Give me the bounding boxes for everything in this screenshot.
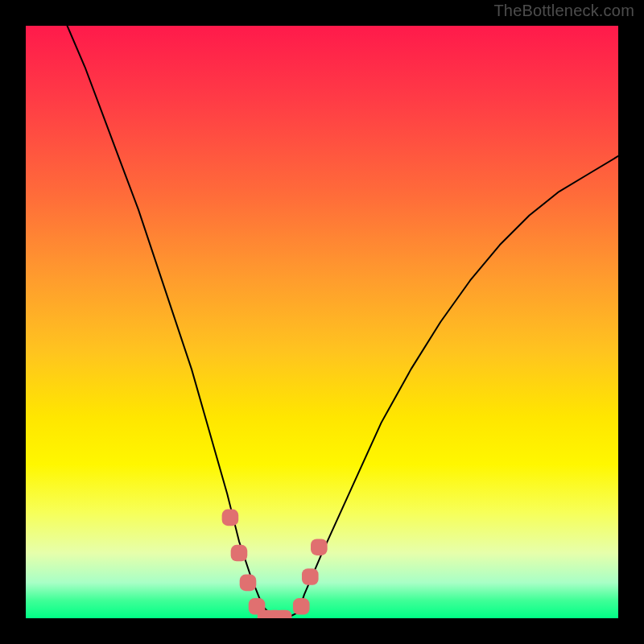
floor-marker bbox=[275, 610, 292, 618]
floor-marker bbox=[311, 539, 328, 555]
floor-marker bbox=[293, 598, 310, 615]
black-curve-path bbox=[68, 26, 618, 618]
chart-svg bbox=[26, 26, 618, 618]
floor-marker bbox=[240, 575, 257, 592]
floor-marker bbox=[302, 568, 319, 585]
plot-area bbox=[26, 26, 618, 618]
floor-marker bbox=[222, 510, 239, 526]
floor-marker bbox=[231, 545, 248, 562]
chart-stage: TheBottleneck.com bbox=[0, 0, 644, 644]
floor-markers-group bbox=[222, 510, 328, 618]
watermark-text: TheBottleneck.com bbox=[493, 2, 634, 20]
